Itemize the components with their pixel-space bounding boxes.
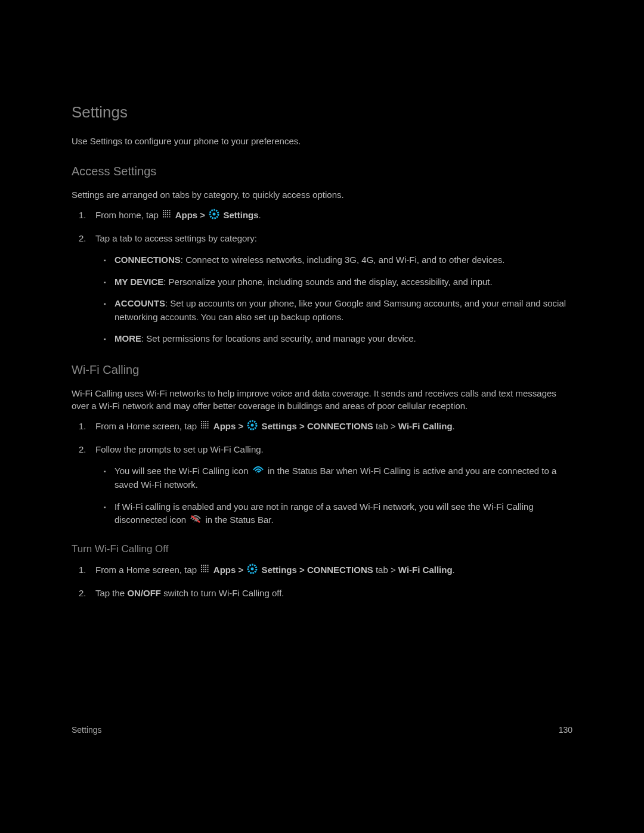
page-title: Settings [72,101,572,124]
svg-rect-22 [201,423,202,425]
list-item: From a Home screen, tap Apps > Settings … [95,563,572,578]
footer-section: Settings [72,725,102,735]
text: . [259,210,261,220]
heading-wifi-calling: Wi-Fi Calling [72,361,572,379]
svg-rect-41 [201,567,202,568]
svg-rect-47 [205,569,206,570]
text: If Wi-Fi calling is enabled and you are … [114,501,534,525]
svg-rect-6 [167,212,168,213]
svg-rect-44 [208,567,209,568]
apps-label: Apps > [211,421,246,431]
text: You will see the Wi-Fi Calling icon [114,466,251,476]
wifi-calling-active-icon [252,465,264,479]
apps-grid-icon [162,209,172,223]
apps-grid-icon [200,564,210,578]
text: From home, tap [95,210,161,220]
wifi-calling-disconnected-icon [190,514,202,528]
svg-rect-13 [165,216,166,218]
text: switch to turn Wi-Fi Calling off. [161,588,284,598]
svg-rect-52 [208,571,209,572]
settings-gear-icon [209,209,219,224]
svg-rect-1 [165,210,166,211]
svg-rect-23 [203,423,205,425]
svg-rect-19 [203,421,205,422]
svg-point-17 [213,213,216,216]
svg-rect-32 [205,428,206,429]
svg-rect-25 [208,423,209,425]
svg-rect-8 [163,214,164,215]
svg-rect-14 [167,216,168,218]
svg-rect-24 [205,423,206,425]
list-item: From a Home screen, tap Apps > Settings … [95,420,572,435]
text: . [453,421,455,431]
text: Tap the [95,588,127,598]
settings-label: Settings > CONNECTIONS [259,421,373,431]
svg-rect-37 [201,565,202,566]
svg-rect-45 [201,569,202,570]
list-item: From home, tap Apps > Settings. [95,209,572,224]
list-item: You will see the Wi-Fi Calling icon in t… [114,465,572,492]
svg-rect-15 [169,216,171,218]
tabs-list: CONNECTIONS: Connect to wireless network… [95,253,572,346]
apps-label: Apps > [173,210,208,220]
svg-rect-4 [163,212,164,213]
svg-rect-2 [167,210,168,211]
text: Tap a tab to access settings by category… [95,233,257,243]
text: . [453,565,455,575]
access-settings-steps: From home, tap Apps > Settings. Tap a ta… [72,209,572,346]
svg-rect-50 [203,571,205,572]
tab-label: MY DEVICE [114,277,163,287]
svg-rect-33 [208,428,209,429]
svg-rect-51 [205,571,206,572]
svg-rect-27 [203,425,205,426]
settings-label: Settings > CONNECTIONS [259,565,373,575]
svg-rect-5 [165,212,166,213]
list-item: Tap a tab to access settings by category… [95,232,572,346]
tab-desc: : Set permissions for locations and secu… [141,333,416,343]
document-page: Settings Use Settings to configure your … [64,83,580,745]
list-item: Tap the ON/OFF switch to turn Wi-Fi Call… [95,587,572,600]
svg-rect-7 [169,212,171,213]
svg-rect-20 [205,421,206,422]
list-item: Follow the prompts to set up Wi-Fi Calli… [95,443,572,528]
wifi-calling-intro: Wi-Fi Calling uses Wi-Fi networks to hel… [72,387,572,413]
heading-turn-off: Turn Wi-Fi Calling Off [72,542,572,557]
wifi-notes: You will see the Wi-Fi Calling icon in t… [95,465,572,528]
svg-rect-10 [167,214,168,215]
list-item: MORE: Set permissions for locations and … [114,332,572,346]
apps-grid-icon [200,420,210,434]
text: From a Home screen, tap [95,421,199,431]
page-footer: Settings 130 [72,725,572,735]
svg-rect-40 [208,565,209,566]
wifi-calling-steps: From a Home screen, tap Apps > Settings … [72,420,572,528]
settings-label: Settings [221,210,258,220]
tab-desc: : Set up accounts on your phone, like yo… [114,298,566,322]
svg-rect-3 [169,210,171,211]
text: tab > [373,421,398,431]
svg-rect-31 [203,428,205,429]
svg-rect-30 [201,428,202,429]
svg-rect-9 [165,214,166,215]
svg-rect-39 [205,565,206,566]
tab-desc: : Connect to wireless networks, includin… [181,255,505,265]
wifi-label: Wi-Fi Calling [398,565,453,575]
svg-rect-43 [205,567,206,568]
svg-rect-46 [203,569,205,570]
footer-page-number: 130 [559,725,572,735]
apps-label: Apps > [211,565,246,575]
tab-label: ACCOUNTS [114,298,165,308]
text: in the Status Bar. [203,515,273,525]
svg-rect-21 [208,421,209,422]
svg-rect-38 [203,565,205,566]
svg-rect-11 [169,214,171,215]
svg-rect-28 [205,425,206,426]
onoff-label: ON/OFF [127,588,161,598]
tab-label: CONNECTIONS [114,255,181,265]
content-area: Settings Use Settings to configure your … [64,101,580,600]
wifi-label: Wi-Fi Calling [398,421,453,431]
access-settings-intro: Settings are arranged on tabs by categor… [72,188,572,202]
list-item: If Wi-Fi calling is enabled and you are … [114,500,572,528]
heading-access-settings: Access Settings [72,163,572,180]
svg-rect-0 [163,210,164,211]
text: tab > [373,565,398,575]
